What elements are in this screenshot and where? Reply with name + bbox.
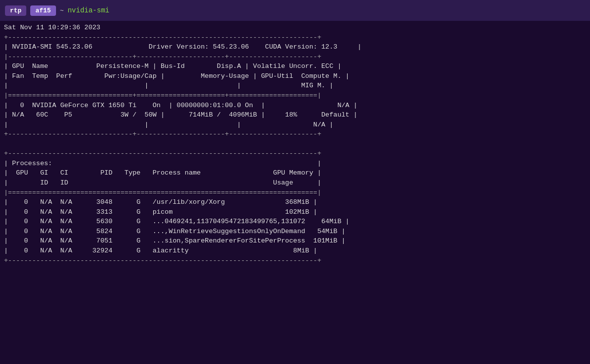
border-final: +---------------------------------------… xyxy=(4,257,321,264)
process-row-4: | 0 N/A N/A 7051 G ...sion,SpareRenderer… xyxy=(4,237,346,244)
terminal-bar: rtp af15 ~ nvidia-smi xyxy=(0,0,590,21)
blank-line xyxy=(4,140,354,148)
processes-border-top: +---------------------------------------… xyxy=(4,150,321,157)
process-col-header1: | GPU GI CI PID Type Process name GPU Me… xyxy=(4,169,321,177)
processes-title-line: | Processes: | xyxy=(4,160,321,167)
tab-rtp[interactable]: rtp xyxy=(5,5,26,16)
terminal-content: Sat Nov 11 10:29:36 2023 +--------------… xyxy=(0,21,590,267)
border-mid1: |-------------------------------+-------… xyxy=(4,53,321,61)
process-row-5: | 0 N/A N/A 32924 G alacritty 8MiB | xyxy=(4,247,317,254)
border-bottom: +-------------------------------+-------… xyxy=(4,130,321,138)
gpu-row-mig: | | | N/A | xyxy=(4,121,333,128)
process-row-3: | 0 N/A N/A 5824 G ...,WinRetrieveSugges… xyxy=(4,228,346,235)
command-text: nvidia-smi xyxy=(67,6,109,14)
datetime-line: Sat Nov 11 10:29:36 2023 xyxy=(4,24,100,31)
process-col-header2: | ID ID Usage | xyxy=(4,179,321,186)
process-row-0: | 0 N/A N/A 3048 G /usr/lib/xorg/Xorg 36… xyxy=(4,198,317,206)
border-top: +---------------------------------------… xyxy=(4,34,321,41)
tab-tilde: ~ xyxy=(60,7,64,14)
mig-header-line: | | | MIG M. | xyxy=(4,82,333,89)
separator-double2: |=======================================… xyxy=(4,189,321,196)
process-row-2: | 0 N/A N/A 5630 G ...0469241,1137049547… xyxy=(4,218,350,225)
separator-double1: |===============================+=======… xyxy=(4,92,321,99)
fan-header-line: | Fan Temp Perf Pwr:Usage/Cap | Memory-U… xyxy=(4,72,350,80)
gpu-header-line: | GPU Name Persistence-M | Bus-Id Disp.A… xyxy=(4,62,342,70)
process-row-1: | 0 N/A N/A 3313 G picom 102MiB | xyxy=(4,208,317,216)
gpu-row-main: | 0 NVIDIA GeForce GTX 1650 Ti On | 0000… xyxy=(4,102,357,109)
smi-version-line: | NVIDIA-SMI 545.23.06 Driver Version: 5… xyxy=(4,43,361,51)
tab-af15[interactable]: af15 xyxy=(30,5,56,16)
gpu-row-stats: | N/A 60C P5 3W / 50W | 714MiB / 4096MiB… xyxy=(4,111,357,119)
